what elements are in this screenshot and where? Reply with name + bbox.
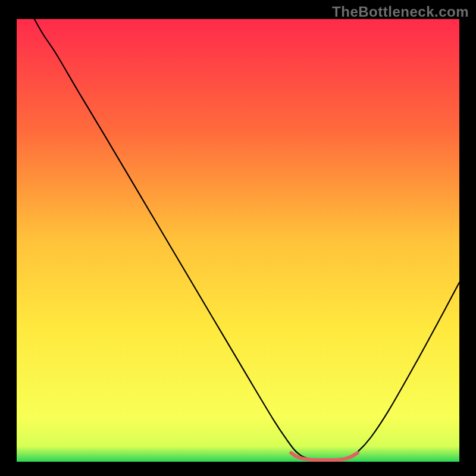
watermark-text: TheBottleneck.com: [332, 4, 469, 20]
gradient-background: [17, 19, 459, 462]
chart-svg: [17, 19, 459, 462]
plot-area: [17, 19, 459, 462]
chart-frame: TheBottleneck.com: [0, 0, 476, 476]
